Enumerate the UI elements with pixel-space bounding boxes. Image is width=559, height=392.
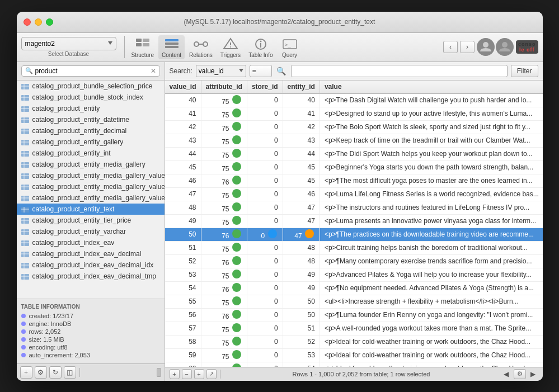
query-tab[interactable]: >_ Query — [278, 35, 302, 59]
edit-button[interactable] — [232, 283, 241, 292]
fullscreen-button[interactable] — [46, 18, 53, 26]
edit-button[interactable] — [232, 256, 241, 265]
edit-button[interactable] — [232, 270, 241, 278]
edit-button[interactable] — [232, 296, 241, 305]
edit-button[interactable] — [232, 337, 241, 346]
table-list-item[interactable]: catalog_product_index_eav_decimal_tmp — [17, 271, 165, 282]
edit-button[interactable] — [232, 95, 241, 104]
col-attribute_id[interactable]: attribute_id — [201, 81, 247, 93]
edit-button[interactable] — [232, 122, 241, 131]
table-list-item[interactable]: catalog_product_entity_text — [17, 204, 165, 215]
table-row[interactable]: 5975 053<p>Ideal for cold-weather traini… — [165, 348, 543, 362]
edit-button[interactable] — [232, 176, 241, 185]
edit-button[interactable] — [232, 202, 241, 211]
table-list-item[interactable]: catalog_product_entity — [17, 103, 165, 114]
triggers-tab[interactable]: Triggers — [217, 35, 244, 59]
table-row[interactable]: 5676 050<p>¶Luma founder Erin Renny on y… — [165, 308, 543, 322]
edit-button[interactable] — [232, 108, 241, 117]
table-list-item[interactable]: catalog_product_index_eav_decimal — [17, 248, 165, 259]
edit-button[interactable] — [232, 229, 241, 238]
table-row[interactable]: 5775 051<p>A well-rounded yoga workout t… — [165, 322, 543, 335]
content-tab[interactable]: Content — [158, 35, 185, 59]
refresh-button[interactable]: ↻ — [49, 366, 62, 379]
view-button[interactable]: ◫ — [64, 366, 76, 379]
col-value[interactable]: value — [320, 81, 542, 93]
add-dup-button[interactable]: + — [194, 369, 204, 379]
table-row[interactable]: 4175 041<p>Designed to stand up to your … — [165, 107, 543, 120]
edit-button[interactable] — [232, 216, 241, 225]
filter-button[interactable]: Filter — [511, 65, 538, 77]
edit-button[interactable] — [232, 135, 241, 144]
delete-row-button[interactable]: − — [182, 369, 192, 379]
table-info-tab[interactable]: Table Info — [245, 35, 276, 59]
table-list-item[interactable]: catalog_product_entity_media_gallery_val… — [17, 170, 165, 181]
close-button[interactable] — [24, 18, 31, 26]
table-list-item[interactable]: catalog_product_bundle_stock_index — [17, 92, 165, 103]
table-list-item[interactable]: catalog_product_entity_media_gallery_val… — [17, 192, 165, 204]
table-row[interactable]: 5076 0 47 <p>¶The practices on this down… — [165, 228, 543, 241]
settings-icon-button[interactable]: ⚙ — [514, 369, 526, 379]
field-selector[interactable]: value_id — [196, 65, 246, 77]
table-row[interactable]: 4775 046<p>Luma LifeLong Fitness Series … — [165, 187, 543, 201]
clear-icon[interactable]: ✕ — [151, 67, 156, 75]
table-list-item[interactable]: catalog_product_entity_media_gallery — [17, 159, 165, 170]
table-list-item[interactable]: catalog_product_entity_media_gallery_val… — [17, 181, 165, 192]
next-page-button[interactable]: ▶ — [528, 369, 538, 379]
cell-value: <p>¶The most difficult yoga poses to mas… — [320, 174, 542, 187]
edit-button[interactable] — [232, 350, 241, 359]
table-row[interactable]: 5476 049<p>¶No equipment needed. Advance… — [165, 281, 543, 295]
table-list-item[interactable]: catalog_product_entity_decimal — [17, 125, 165, 136]
add-row-button[interactable]: + — [170, 369, 180, 379]
export-button[interactable]: ↗ — [206, 369, 217, 379]
table-list-item[interactable]: catalog_product_entity_int — [17, 148, 165, 159]
table-row[interactable]: 4975 047<p>Luma presents an innovative p… — [165, 214, 543, 228]
minimize-button[interactable] — [35, 18, 42, 26]
table-list-item[interactable]: catalog_product_entity_varchar — [17, 226, 165, 237]
database-select[interactable]: magento2 — [21, 37, 116, 50]
col-store_id[interactable]: store_id — [247, 81, 283, 93]
edit-button[interactable] — [232, 310, 241, 319]
null-button[interactable] — [268, 229, 277, 238]
table-row[interactable]: 4075 040<p>The Dash Digital Watch will c… — [165, 93, 543, 107]
table-row[interactable]: 5575 050<ul><li>Increase strength + flex… — [165, 295, 543, 308]
table-list-item[interactable]: catalog_product_entity_gallery — [17, 136, 165, 148]
search-input[interactable] — [35, 67, 151, 75]
table-row[interactable]: 4475 044<p>The Didi Sport Watch helps yo… — [165, 147, 543, 160]
table-row[interactable]: 4275 042<p>The Bolo Sport Watch is sleek… — [165, 120, 543, 134]
table-list-item[interactable]: catalog_product_bundle_selection_price — [17, 81, 165, 92]
table-row[interactable]: 4875 047<p>The instructors and routines … — [165, 201, 543, 214]
cell-store-id: 0 — [247, 335, 283, 348]
edit-button[interactable] — [232, 323, 241, 332]
relations-tab[interactable]: Relations — [186, 35, 216, 59]
edit-button[interactable] — [232, 162, 241, 171]
table-list-item[interactable]: catalog_product_entity_tier_price — [17, 215, 165, 226]
table-row[interactable]: 5875 052<p>Ideal for cold-weather traini… — [165, 335, 543, 348]
table-row[interactable]: 6075 054<p>Ideal for cold-weather traini… — [165, 362, 543, 367]
col-entity_id[interactable]: entity_id — [283, 81, 320, 93]
edit-button[interactable] — [232, 149, 241, 158]
table-row[interactable]: 4575 045<p>Beginner's Yoga starts you do… — [165, 160, 543, 174]
table-row[interactable]: 5375 049<p>Advanced Pilates & Yoga will … — [165, 268, 543, 281]
resize-handle[interactable] — [157, 368, 161, 377]
detail-button[interactable] — [305, 229, 314, 238]
table-row[interactable]: 5276 048<p>¶Many contemporary exercise t… — [165, 254, 543, 268]
cell-attribute-id: 75 — [201, 335, 247, 348]
table-row[interactable]: 4375 043<p>Keep track of time on the tre… — [165, 134, 543, 147]
edit-button[interactable] — [232, 189, 241, 198]
nav-back-button[interactable]: ‹ — [443, 41, 458, 53]
nav-forward-button[interactable]: › — [460, 41, 475, 53]
structure-tab[interactable]: Structure — [128, 35, 158, 59]
settings-button[interactable]: ⚙ — [35, 366, 47, 379]
operator-selector[interactable]: = — [250, 65, 272, 77]
table-list-item[interactable]: catalog_product_entity_datetime — [17, 114, 165, 125]
table-row[interactable]: 5175 048<p>Circuit training helps banish… — [165, 241, 543, 254]
col-value_id[interactable]: value_id — [165, 81, 201, 93]
filter-input[interactable] — [291, 65, 508, 77]
edit-button[interactable] — [232, 243, 241, 252]
table-row[interactable]: 4676 045<p>¶The most difficult yoga pose… — [165, 174, 543, 187]
add-table-button[interactable]: + — [20, 366, 32, 379]
table-list-item[interactable]: catalog_product_index_eav_decimal_idx — [17, 259, 165, 271]
prev-page-button[interactable]: ◀ — [501, 369, 511, 379]
info-text: size: 1.5 MiB — [29, 336, 64, 343]
table-list-item[interactable]: catalog_product_index_eav — [17, 237, 165, 248]
